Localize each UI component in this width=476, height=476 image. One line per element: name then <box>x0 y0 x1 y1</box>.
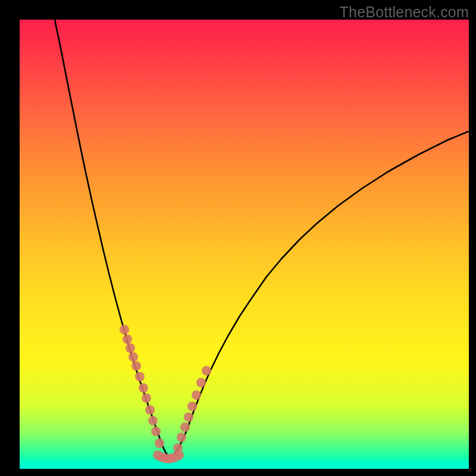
chart-frame: TheBottleneck.com <box>0 0 476 476</box>
svg-point-15 <box>184 412 193 422</box>
chart-plot-area <box>20 20 469 469</box>
svg-point-4 <box>131 361 141 371</box>
svg-point-6 <box>139 383 148 393</box>
svg-point-13 <box>177 433 186 442</box>
svg-point-2 <box>126 343 135 353</box>
svg-point-5 <box>135 372 145 381</box>
markers-left-beads <box>120 325 164 448</box>
svg-point-9 <box>148 416 158 425</box>
svg-point-19 <box>202 366 211 375</box>
svg-point-0 <box>120 325 129 334</box>
watermark-text: TheBottleneck.com <box>340 4 469 21</box>
svg-point-14 <box>180 422 190 432</box>
curve-left-branch <box>55 20 168 456</box>
svg-point-17 <box>192 390 201 400</box>
svg-point-26 <box>174 450 184 460</box>
markers-bottom-beads <box>153 450 184 464</box>
svg-point-11 <box>155 439 164 448</box>
svg-point-1 <box>123 334 132 344</box>
svg-point-8 <box>145 405 155 415</box>
markers-right-beads <box>173 366 211 453</box>
svg-point-16 <box>187 402 197 411</box>
svg-point-7 <box>142 393 151 403</box>
chart-svg <box>20 20 469 469</box>
svg-point-18 <box>196 378 206 387</box>
svg-point-10 <box>151 427 161 436</box>
svg-point-3 <box>129 352 138 362</box>
curve-right-branch <box>173 131 468 455</box>
